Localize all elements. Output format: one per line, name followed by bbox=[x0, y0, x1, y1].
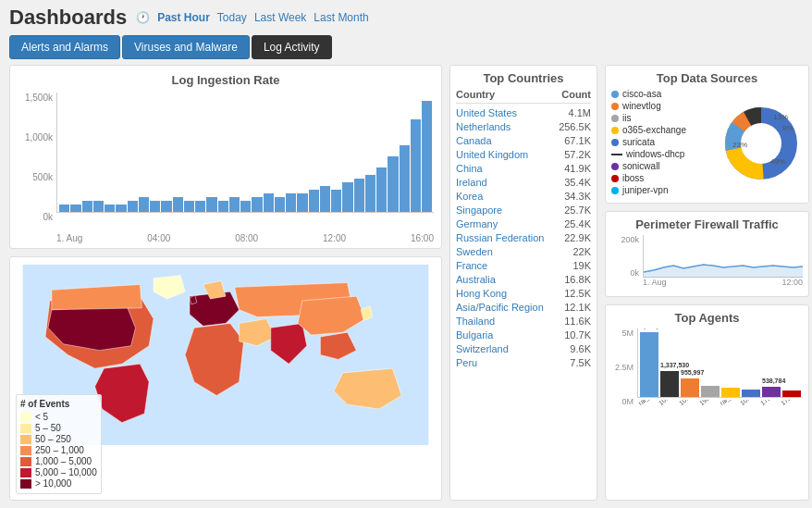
top-data-sources-panel: Top Data Sources cisco-asawinevtlogiiso3… bbox=[605, 65, 809, 204]
log-bar bbox=[376, 167, 387, 212]
country-link[interactable]: Germany bbox=[456, 218, 498, 229]
firewall-panel: Perimeter Firewall Traffic 200k 0k 1. Au… bbox=[605, 211, 809, 297]
list-item: Switzerland9.6K bbox=[456, 341, 591, 355]
log-bar bbox=[128, 201, 138, 212]
list-item: Canada67.1K bbox=[456, 133, 591, 147]
country-link[interactable]: Russian Federation bbox=[456, 232, 544, 243]
time-lastweek[interactable]: Last Week bbox=[254, 11, 306, 24]
legend-color-swatch bbox=[20, 479, 31, 489]
agent-bar: 955,997 bbox=[681, 378, 699, 397]
country-link[interactable]: Canada bbox=[456, 135, 492, 146]
list-item: Australia16.8K bbox=[456, 272, 591, 286]
log-bar bbox=[206, 197, 216, 212]
log-bar bbox=[173, 197, 183, 212]
log-bar bbox=[342, 182, 352, 212]
list-item: Sweden22K bbox=[456, 244, 591, 258]
tab-viruses-malware[interactable]: Viruses and Malware bbox=[122, 35, 250, 59]
log-bar bbox=[400, 145, 410, 212]
time-links: 🕐 Past Hour Today Last Week Last Month bbox=[136, 11, 369, 24]
country-link[interactable]: France bbox=[456, 260, 487, 271]
agent-value: 3,284,560 bbox=[640, 328, 669, 329]
time-active[interactable]: Past Hour bbox=[157, 11, 210, 24]
legend-color-swatch bbox=[20, 435, 31, 444]
header: Dashboards 🕐 Past Hour Today Last Week L… bbox=[0, 0, 812, 35]
tab-log-activity[interactable]: Log Activity bbox=[252, 35, 332, 59]
country-link[interactable]: Ireland bbox=[456, 177, 487, 188]
log-bar bbox=[331, 190, 341, 212]
country-link[interactable]: United States bbox=[456, 107, 517, 118]
map-legend-item: 1,000 – 5,000 bbox=[20, 456, 97, 466]
log-bar bbox=[184, 201, 194, 212]
log-bar bbox=[195, 201, 205, 212]
country-count: 10.7K bbox=[564, 329, 591, 341]
country-count: 57.2K bbox=[564, 149, 591, 160]
log-bar bbox=[320, 186, 330, 212]
top-countries-title: Top Countries bbox=[456, 71, 591, 85]
country-link[interactable]: United Kingdom bbox=[456, 149, 528, 160]
country-count: 19K bbox=[572, 260, 591, 271]
time-today[interactable]: Today bbox=[217, 11, 247, 24]
tds-dot-icon bbox=[611, 91, 619, 98]
country-link[interactable]: Australia bbox=[456, 274, 496, 285]
list-item: Asia/Pacific Region12.1K bbox=[456, 300, 591, 314]
donut-svg: 13% 8% 23% 49% bbox=[720, 106, 803, 180]
list-item: Singapore25.7K bbox=[456, 203, 591, 217]
svg-text:13%: 13% bbox=[773, 113, 788, 121]
legend-color-swatch bbox=[20, 446, 31, 455]
agent-bar bbox=[742, 390, 760, 397]
log-bar bbox=[70, 204, 80, 212]
tab-bar: Alerts and Alarms Viruses and Malware Lo… bbox=[0, 35, 812, 65]
agent-bar bbox=[782, 390, 801, 397]
map-legend-item: < 5 bbox=[20, 412, 97, 422]
clock-icon: 🕐 bbox=[136, 11, 150, 24]
tab-alerts-alarms[interactable]: Alerts and Alarms bbox=[9, 35, 120, 59]
list-item: Bulgaria10.7K bbox=[456, 328, 591, 341]
donut-chart: 13% 8% 23% 49% bbox=[720, 106, 803, 180]
time-lastmonth[interactable]: Last Month bbox=[314, 11, 368, 24]
country-link[interactable]: Switzerland bbox=[456, 343, 509, 354]
tds-dot-icon bbox=[611, 127, 619, 134]
mid-column: Top Countries Country Count United State… bbox=[449, 65, 597, 501]
country-count: 256.5K bbox=[559, 121, 591, 132]
log-ingestion-y-labels: 1,500k 1,000k 500k 0k bbox=[18, 93, 53, 222]
country-link[interactable]: Thailand bbox=[456, 316, 495, 327]
list-item: Hong Kong12.5K bbox=[456, 286, 591, 300]
country-link[interactable]: Netherlands bbox=[456, 121, 511, 132]
svg-text:8%: 8% bbox=[782, 124, 794, 132]
map-panel: # of Events < 55 – 5050 – 250250 – 1,000… bbox=[9, 256, 442, 501]
log-bar bbox=[297, 193, 307, 212]
agent-bar: 538,784 bbox=[762, 387, 781, 397]
agent-value: 538,784 bbox=[762, 378, 785, 384]
country-link[interactable]: Hong Kong bbox=[456, 288, 507, 299]
country-count: 35.4K bbox=[564, 177, 591, 188]
country-link[interactable]: Sweden bbox=[456, 246, 493, 257]
map-legend-items: < 55 – 5050 – 250250 – 1,0001,000 – 5,00… bbox=[20, 412, 97, 489]
country-count: 25.4K bbox=[564, 218, 591, 229]
country-link[interactable]: Korea bbox=[456, 191, 483, 202]
page-title: Dashboards bbox=[9, 6, 127, 30]
country-count: 4.1M bbox=[569, 107, 591, 118]
agent-bar: 1,337,530 bbox=[660, 371, 679, 397]
country-count: 11.6K bbox=[564, 316, 591, 327]
country-link[interactable]: Asia/Pacific Region bbox=[456, 302, 544, 313]
log-bar bbox=[59, 204, 69, 212]
log-bar bbox=[411, 119, 421, 212]
log-bar bbox=[286, 193, 296, 212]
legend-color-swatch bbox=[20, 424, 31, 433]
map-legend-item: 50 – 250 bbox=[20, 434, 97, 444]
agents-bars: 3,284,5601,337,530955,997538,784 bbox=[637, 328, 803, 398]
country-link[interactable]: Singapore bbox=[456, 204, 502, 216]
country-link[interactable]: China bbox=[456, 163, 483, 174]
legend-color-swatch bbox=[20, 413, 31, 422]
country-col-header: Country bbox=[456, 89, 495, 100]
top-countries-panel: Top Countries Country Count United State… bbox=[449, 65, 597, 501]
map-legend: # of Events < 55 – 5050 – 250250 – 1,000… bbox=[16, 394, 102, 494]
country-link[interactable]: Peru bbox=[456, 357, 477, 368]
log-bar bbox=[161, 201, 171, 212]
left-column: Log Ingestion Rate 1,500k 1,000k 500k 0k… bbox=[9, 65, 442, 501]
country-link[interactable]: Bulgaria bbox=[456, 329, 493, 341]
country-count: 22K bbox=[572, 246, 591, 257]
list-item: Korea34.3K bbox=[456, 189, 591, 203]
agents-bars-area: 3,284,5601,337,530955,997538,784 ral_cis… bbox=[637, 328, 803, 421]
agent-bar: 3,284,560 bbox=[640, 332, 658, 397]
